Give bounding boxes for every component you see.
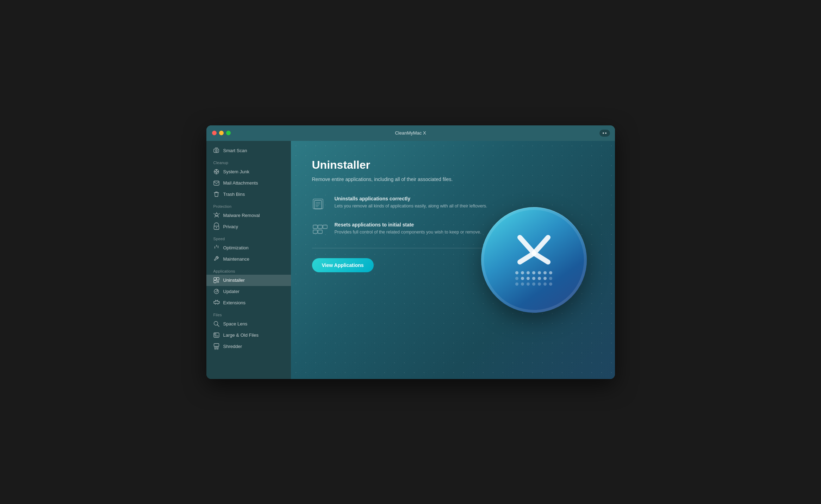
sidebar-item-space-lens[interactable]: Space Lens [206, 318, 291, 330]
sidebar-label-updater: Updater [223, 289, 240, 294]
sidebar-label-uninstaller: Uninstaller [223, 278, 245, 283]
section-applications: Applications [206, 265, 291, 275]
dot [515, 271, 518, 274]
sidebar-label-system-junk: System Junk [223, 169, 249, 174]
svg-rect-22 [315, 200, 322, 209]
dot [532, 271, 535, 274]
svg-rect-29 [323, 225, 327, 229]
svg-rect-12 [217, 278, 219, 280]
sidebar-item-mail-attachments[interactable]: Mail Attachments [206, 178, 291, 189]
view-applications-button[interactable]: View Applications [312, 258, 374, 272]
dot [549, 277, 552, 280]
titlebar: CleanMyMac X [206, 125, 615, 141]
sidebar-item-malware[interactable]: Malware Removal [206, 210, 291, 221]
dots-grid [508, 271, 559, 286]
sidebar-label-trash: Trash Bins [223, 192, 245, 197]
sidebar-item-extensions[interactable]: Extensions [206, 297, 291, 309]
feature-desc-2: Provides full control of the related com… [335, 229, 481, 236]
feature-item-reset: Resets applications to initial state Pro… [312, 222, 488, 238]
sidebar-item-shredder[interactable]: Shredder [206, 341, 291, 352]
maximize-button[interactable] [226, 131, 231, 135]
privacy-icon [213, 224, 220, 230]
page-title: Uninstaller [312, 158, 488, 172]
page-description: Remove entire applications, including al… [312, 176, 488, 183]
app-icon-circle [481, 207, 587, 313]
svg-rect-4 [214, 181, 219, 185]
sidebar-item-large-files[interactable]: Large & Old Files [206, 330, 291, 341]
sidebar-label-extensions: Extensions [223, 300, 246, 305]
svg-rect-20 [214, 344, 219, 347]
dot [527, 277, 530, 280]
close-button[interactable] [212, 131, 217, 135]
menu-dot [605, 132, 607, 134]
dot [549, 271, 552, 274]
dot [532, 282, 535, 286]
dot [527, 271, 530, 274]
svg-rect-27 [313, 225, 317, 229]
optimization-icon [213, 245, 220, 251]
section-protection: Protection [206, 200, 291, 210]
dot [543, 277, 547, 280]
dot [515, 282, 518, 286]
trash-icon [213, 191, 220, 198]
svg-rect-18 [214, 334, 216, 335]
sidebar-item-privacy[interactable]: Privacy [206, 221, 291, 232]
sidebar-item-system-junk[interactable]: System Junk [206, 166, 291, 178]
x-logo-svg [515, 234, 553, 266]
feature-item-uninstall: Uninstalls applications correctly Lets y… [312, 196, 488, 212]
updater-icon [213, 288, 220, 295]
svg-line-16 [217, 325, 219, 326]
svg-rect-30 [313, 230, 317, 234]
malware-icon [213, 212, 220, 219]
sidebar-item-maintenance[interactable]: Maintenance [206, 254, 291, 265]
dot [527, 282, 530, 286]
svg-point-7 [216, 227, 217, 228]
app-window: CleanMyMac X Smart Scan Cleanup [206, 125, 615, 379]
feature-icon-uninstall [312, 196, 328, 212]
svg-point-1 [216, 150, 217, 152]
dot [543, 271, 547, 274]
content-inner: Uninstaller Remove entire applications, … [312, 158, 488, 272]
feature-text-reset: Resets applications to initial state Pro… [335, 222, 481, 236]
minimize-button[interactable] [219, 131, 224, 135]
menu-dot [603, 132, 604, 134]
sidebar-label-optimization: Optimization [223, 245, 249, 250]
sidebar-item-smart-scan[interactable]: Smart Scan [206, 145, 291, 156]
sidebar-label-large-files: Large & Old Files [223, 332, 259, 338]
svg-point-14 [214, 289, 219, 294]
dot [538, 277, 541, 280]
sidebar-item-updater[interactable]: Updater [206, 286, 291, 297]
sidebar-label-malware: Malware Removal [223, 213, 260, 218]
divider [312, 248, 488, 248]
dot [543, 282, 547, 286]
svg-rect-31 [318, 230, 322, 234]
feature-title-2: Resets applications to initial state [335, 222, 481, 228]
dot [538, 282, 541, 286]
large-files-icon [213, 332, 220, 338]
sidebar-label-space-lens: Space Lens [223, 321, 248, 326]
sidebar-label-shredder: Shredder [223, 344, 242, 349]
mail-icon [213, 180, 220, 186]
system-junk-icon [213, 169, 220, 175]
sidebar-item-uninstaller[interactable]: Uninstaller [206, 275, 291, 286]
maintenance-icon [213, 256, 220, 262]
feature-icon-reset [312, 222, 328, 238]
section-files: Files [206, 309, 291, 318]
window-title: CleanMyMac X [395, 130, 426, 136]
svg-rect-19 [214, 336, 218, 336]
dot [532, 277, 535, 280]
extensions-icon [213, 300, 220, 306]
feature-text-uninstall: Uninstalls applications correctly Lets y… [335, 196, 487, 210]
traffic-lights [212, 131, 231, 135]
sidebar-item-optimization[interactable]: Optimization [206, 242, 291, 254]
dot [538, 271, 541, 274]
dot [521, 271, 524, 274]
sidebar-label-smart-scan: Smart Scan [223, 148, 247, 153]
sidebar-item-trash-bins[interactable]: Trash Bins [206, 189, 291, 200]
sidebar-label-privacy: Privacy [223, 224, 238, 229]
dot [549, 282, 552, 286]
sidebar: Smart Scan Cleanup System Junk [206, 141, 291, 379]
menu-button[interactable] [599, 130, 610, 137]
feature-desc-1: Lets you remove all kinds of application… [335, 203, 487, 210]
svg-rect-13 [214, 280, 216, 283]
